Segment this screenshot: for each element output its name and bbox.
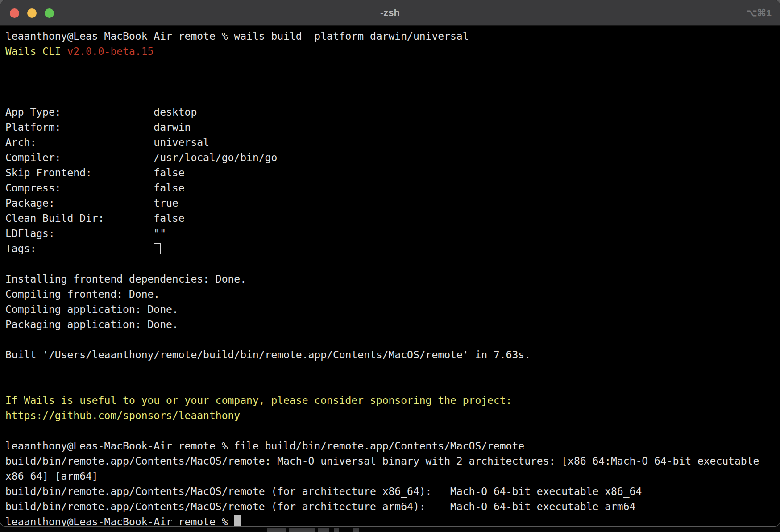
terminal-line: Packaging application: Done. bbox=[5, 317, 780, 332]
terminal-text: Compiling frontend: Done. bbox=[5, 288, 160, 300]
terminal-cursor bbox=[234, 515, 241, 527]
terminal-text: Built '/Users/leaanthony/remote/build/bi… bbox=[5, 349, 531, 361]
missing-glyph-box-icon bbox=[154, 243, 161, 254]
terminal-line: leaanthony@Leas-MacBook-Air remote % wai… bbox=[5, 29, 780, 44]
terminal-text: Packaging application: Done. bbox=[5, 319, 178, 330]
terminal-text: Platform: darwin bbox=[5, 121, 191, 133]
window-title: -zsh bbox=[0, 0, 780, 25]
terminal-text: build/bin/remote.app/Contents/MacOS/remo… bbox=[5, 455, 759, 467]
terminal-line: App Type: desktop bbox=[5, 104, 780, 120]
terminal-text: LDFlags: "" bbox=[5, 228, 166, 239]
terminal-text: leaanthony@Leas-MacBook-Air remote % wai… bbox=[5, 30, 469, 42]
occluded-window-fragment bbox=[318, 528, 329, 532]
keyboard-shortcut-badge: ⌥⌘1 bbox=[746, 8, 780, 18]
occluded-window-fragment bbox=[267, 528, 286, 532]
terminal-line: Clean Build Dir: false bbox=[5, 211, 780, 226]
terminal-line: Skip Frontend: false bbox=[5, 165, 780, 180]
terminal-line bbox=[5, 59, 780, 74]
terminal-line: x86_64] [arm64] bbox=[5, 469, 780, 484]
terminal-text: Tags: bbox=[5, 243, 154, 254]
terminal-text: Arch: universal bbox=[5, 137, 209, 148]
terminal-text: leaanthony@Leas-MacBook-Air remote % bbox=[5, 516, 234, 527]
terminal-text: Compiling application: Done. bbox=[5, 303, 178, 315]
terminal-text: leaanthony@Leas-MacBook-Air remote % fil… bbox=[5, 440, 524, 452]
traffic-lights bbox=[0, 8, 54, 18]
terminal-text: App Type: desktop bbox=[5, 106, 197, 118]
terminal-text: Compiler: /usr/local/go/bin/go bbox=[5, 152, 277, 163]
terminal-line: Compiler: /usr/local/go/bin/go bbox=[5, 150, 780, 165]
terminal-text: Package: true bbox=[5, 197, 178, 209]
terminal-text: build/bin/remote.app/Contents/MacOS/remo… bbox=[5, 486, 642, 497]
terminal-text: Clean Build Dir: false bbox=[5, 212, 185, 224]
terminal-screen[interactable]: leaanthony@Leas-MacBook-Air remote % wai… bbox=[0, 26, 780, 527]
terminal-text: Installing frontend dependencies: Done. bbox=[5, 273, 246, 285]
terminal-line: Platform: darwin bbox=[5, 120, 780, 135]
terminal-line bbox=[5, 256, 780, 271]
terminal-line: leaanthony@Leas-MacBook-Air remote % fil… bbox=[5, 438, 780, 453]
occluded-window-fragment bbox=[289, 528, 315, 532]
occluded-window-fragment bbox=[334, 528, 339, 532]
occluded-window-fragments bbox=[0, 527, 780, 532]
zoom-button[interactable] bbox=[45, 8, 54, 18]
terminal-line: LDFlags: "" bbox=[5, 226, 780, 241]
terminal-text: Wails CLI bbox=[5, 46, 67, 57]
close-button[interactable] bbox=[10, 8, 19, 18]
terminal-text: x86_64] [arm64] bbox=[5, 470, 98, 482]
occluded-window-fragment bbox=[353, 528, 359, 532]
sponsor-link[interactable]: https://github.com/sponsors/leaanthony bbox=[5, 410, 240, 421]
terminal-window: -zsh ⌥⌘1 leaanthony@Leas-MacBook-Air rem… bbox=[0, 0, 780, 527]
terminal-line bbox=[5, 362, 780, 378]
terminal-line: Wails CLI v2.0.0-beta.15 bbox=[5, 44, 780, 59]
minimize-button[interactable] bbox=[27, 8, 37, 18]
terminal-line bbox=[5, 332, 780, 347]
terminal-line: build/bin/remote.app/Contents/MacOS/remo… bbox=[5, 484, 780, 499]
terminal-text: Skip Frontend: false bbox=[5, 167, 185, 179]
terminal-text: build/bin/remote.app/Contents/MacOS/remo… bbox=[5, 501, 635, 512]
terminal-line bbox=[5, 74, 780, 89]
terminal-line: https://github.com/sponsors/leaanthony bbox=[5, 408, 780, 423]
terminal-line: If Wails is useful to you or your compan… bbox=[5, 393, 780, 408]
terminal-line: Tags: bbox=[5, 241, 780, 256]
terminal-line: Package: true bbox=[5, 195, 780, 211]
terminal-line: build/bin/remote.app/Contents/MacOS/remo… bbox=[5, 453, 780, 469]
terminal-text: v2.0.0-beta.15 bbox=[67, 46, 154, 57]
terminal-line bbox=[5, 378, 780, 393]
terminal-line: Built '/Users/leaanthony/remote/build/bi… bbox=[5, 347, 780, 362]
terminal-line bbox=[5, 89, 780, 104]
terminal-text: If Wails is useful to you or your compan… bbox=[5, 395, 512, 406]
terminal-text: Compress: false bbox=[5, 182, 185, 194]
terminal-line: build/bin/remote.app/Contents/MacOS/remo… bbox=[5, 499, 780, 514]
terminal-line: leaanthony@Leas-MacBook-Air remote % bbox=[5, 514, 780, 527]
terminal-line: Compiling application: Done. bbox=[5, 302, 780, 317]
terminal-line: Arch: universal bbox=[5, 135, 780, 150]
titlebar[interactable]: -zsh ⌥⌘1 bbox=[0, 0, 780, 26]
terminal-line: Compress: false bbox=[5, 180, 780, 195]
terminal-line: Installing frontend dependencies: Done. bbox=[5, 271, 780, 287]
terminal-line: Compiling frontend: Done. bbox=[5, 287, 780, 302]
terminal-line bbox=[5, 423, 780, 438]
